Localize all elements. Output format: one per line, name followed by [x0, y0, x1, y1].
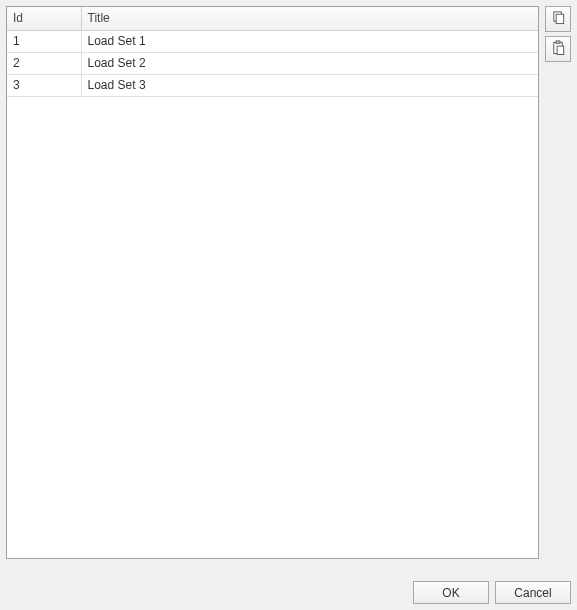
dialog-footer: OK Cancel [413, 581, 571, 604]
cancel-button[interactable]: Cancel [495, 581, 571, 604]
cell-id[interactable]: 3 [7, 74, 81, 96]
table-header-row: Id Title [7, 7, 538, 30]
copy-icon [551, 10, 566, 28]
cell-id[interactable]: 1 [7, 30, 81, 52]
table-row[interactable]: 1Load Set 1 [7, 30, 538, 52]
copy-button[interactable] [545, 6, 571, 32]
table-row[interactable]: 2Load Set 2 [7, 52, 538, 74]
cell-title[interactable]: Load Set 2 [81, 52, 538, 74]
svg-rect-3 [556, 41, 560, 43]
cell-title[interactable]: Load Set 1 [81, 30, 538, 52]
cell-title[interactable]: Load Set 3 [81, 74, 538, 96]
table-row[interactable]: 3Load Set 3 [7, 74, 538, 96]
cell-id[interactable]: 2 [7, 52, 81, 74]
svg-rect-1 [556, 14, 564, 23]
side-toolbar [545, 6, 571, 559]
paste-icon [551, 40, 566, 58]
table-container: Id Title 1Load Set 12Load Set 23Load Set… [6, 6, 539, 559]
data-table[interactable]: Id Title 1Load Set 12Load Set 23Load Set… [7, 7, 538, 97]
ok-button[interactable]: OK [413, 581, 489, 604]
column-header-title[interactable]: Title [81, 7, 538, 30]
svg-rect-4 [557, 46, 564, 54]
column-header-id[interactable]: Id [7, 7, 81, 30]
paste-button[interactable] [545, 36, 571, 62]
main-area: Id Title 1Load Set 12Load Set 23Load Set… [0, 0, 577, 565]
